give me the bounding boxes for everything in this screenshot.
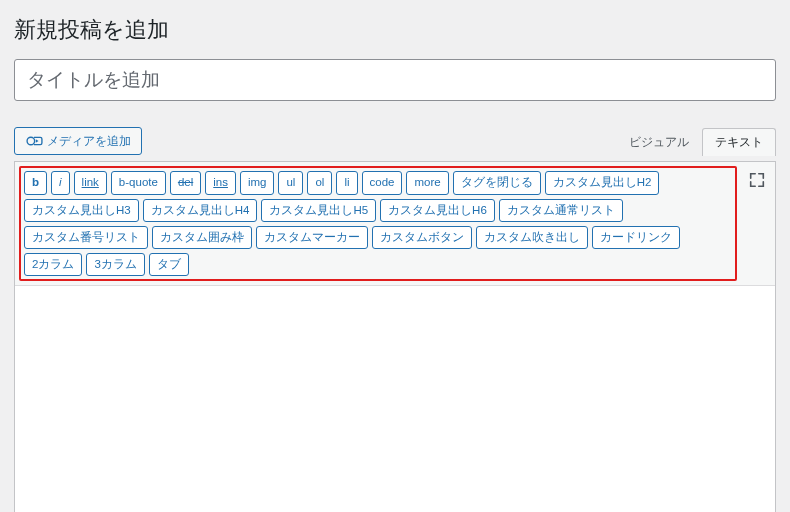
media-icon [25,132,43,150]
qt-custom-h3[interactable]: カスタム見出しH3 [24,199,139,222]
add-media-button[interactable]: メディアを追加 [14,127,142,155]
qt-custom-button[interactable]: カスタムボタン [372,226,472,249]
post-title-input[interactable] [14,59,776,101]
qt-custom-h6[interactable]: カスタム見出しH6 [380,199,495,222]
qt-li[interactable]: li [336,171,357,194]
qt-tab[interactable]: タブ [149,253,189,276]
qt-i[interactable]: i [51,171,70,194]
qt-del[interactable]: del [170,171,201,194]
quicktags-highlight: b i link b-quote del ins img ul ol li co… [19,166,737,281]
qt-b[interactable]: b [24,171,47,194]
qt-code[interactable]: code [362,171,403,194]
qt-custom-ol[interactable]: カスタム番号リスト [24,226,148,249]
qt-custom-h4[interactable]: カスタム見出しH4 [143,199,258,222]
qt-close-tags[interactable]: タグを閉じる [453,171,541,194]
qt-card-link[interactable]: カードリンク [592,226,680,249]
qt-more[interactable]: more [406,171,448,194]
fullscreen-icon[interactable] [745,168,769,192]
qt-custom-marker[interactable]: カスタムマーカー [256,226,368,249]
tab-visual[interactable]: ビジュアル [616,128,702,156]
qt-ul[interactable]: ul [278,171,303,194]
qt-ol[interactable]: ol [307,171,332,194]
qt-2column[interactable]: 2カラム [24,253,82,276]
add-media-label: メディアを追加 [47,133,131,150]
quicktags-toolbar: b i link b-quote del ins img ul ol li co… [15,162,775,286]
qt-img[interactable]: img [240,171,275,194]
qt-bquote[interactable]: b-quote [111,171,166,194]
svg-point-0 [27,138,35,146]
qt-custom-h5[interactable]: カスタム見出しH5 [261,199,376,222]
qt-custom-ul[interactable]: カスタム通常リスト [499,199,623,222]
qt-ins[interactable]: ins [205,171,236,194]
qt-custom-balloon[interactable]: カスタム吹き出し [476,226,588,249]
editor-mode-tabs: ビジュアル テキスト [616,128,776,156]
content-textarea[interactable] [15,286,775,512]
qt-custom-box[interactable]: カスタム囲み枠 [152,226,252,249]
qt-custom-h2[interactable]: カスタム見出しH2 [545,171,660,194]
editor-container: b i link b-quote del ins img ul ol li co… [14,161,776,512]
qt-link[interactable]: link [74,171,107,194]
tab-text[interactable]: テキスト [702,128,776,156]
page-title: 新規投稿を追加 [14,6,776,49]
qt-3column[interactable]: 3カラム [86,253,144,276]
